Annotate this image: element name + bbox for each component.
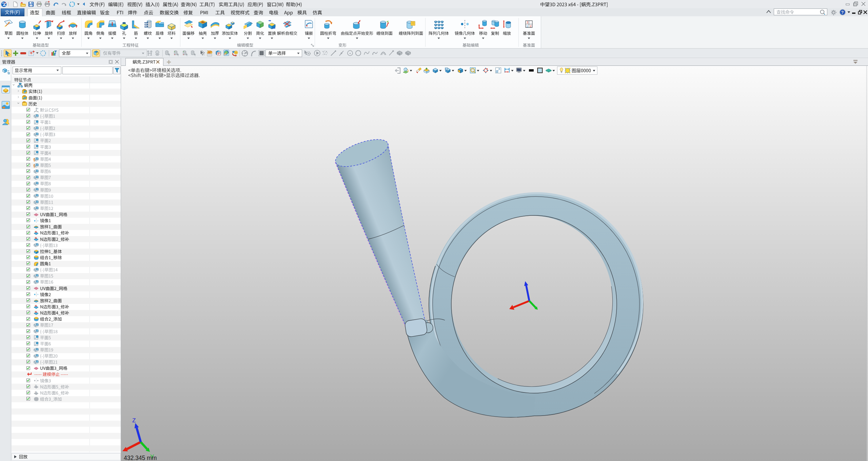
svg-text:3: 3 [527, 21, 528, 24]
svg-text:2: 2 [530, 24, 532, 28]
svg-text:?: ? [841, 10, 844, 15]
svg-text:Z: Z [132, 417, 136, 424]
svg-text:1: 1 [526, 24, 528, 28]
svg-text:432.345 mm: 432.345 mm [124, 455, 157, 461]
